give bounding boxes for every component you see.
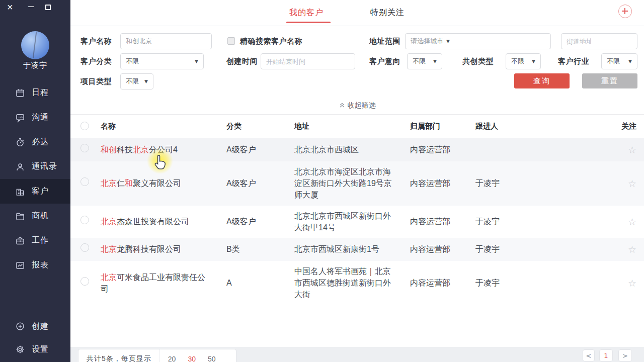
- crm-window: × ─ 于凌宇 日程沟通必达通讯录客户商机工作报表 创建设置 我的客户 特别关注…: [0, 0, 644, 362]
- table-row[interactable]: 北京杰森世投资有限公司A级客户北京北京市西城区新街口外大街甲14号内容运营部于凌…: [70, 206, 644, 238]
- intent-select[interactable]: 不限 ▼: [407, 53, 442, 69]
- co-create-select[interactable]: 不限 ▼: [506, 53, 541, 69]
- window-controls: × ─: [0, 1, 70, 15]
- sidebar-item-create[interactable]: 创建: [0, 315, 70, 338]
- city-select-value: 请选择城市: [411, 34, 443, 49]
- minimize-icon[interactable]: ─: [28, 2, 34, 12]
- close-icon[interactable]: ×: [7, 2, 13, 12]
- page-size-option-50[interactable]: 50: [208, 355, 216, 362]
- avatar[interactable]: [21, 31, 49, 59]
- street-address-input[interactable]: [561, 33, 637, 49]
- row-select-radio[interactable]: [80, 243, 89, 252]
- star-icon[interactable]: ☆: [614, 244, 636, 255]
- contacts-icon: [15, 162, 25, 172]
- folder-icon: [15, 211, 25, 221]
- building-icon: [15, 187, 25, 197]
- row-select-cell: [80, 211, 101, 232]
- customer-name: 北京龙腾科技有限公司: [101, 239, 226, 259]
- tab-my-customers[interactable]: 我的客户: [289, 8, 324, 18]
- page-size-options: 203050: [168, 354, 228, 362]
- row-select-radio[interactable]: [80, 277, 89, 286]
- dropdown-arrow-icon: ▼: [532, 54, 535, 69]
- filter-row-2: 客户分类 不限 ▼ 创建时间 客户意向 不限 ▼ 共创类型 不限 ▼ 客户行业: [70, 53, 644, 69]
- page-size-option-30[interactable]: 30: [188, 355, 196, 362]
- name-highlight: 和: [125, 179, 133, 188]
- sidebar-item-label: 通讯录: [32, 161, 57, 172]
- dropdown-arrow-icon: ▼: [433, 54, 437, 69]
- sidebar-item-bida[interactable]: 必达: [0, 130, 70, 154]
- sidebar-item-chat[interactable]: 沟通: [0, 105, 70, 130]
- name-highlight: 北京: [101, 217, 117, 226]
- chat-icon: [15, 113, 25, 123]
- customer-address: 中国名人将军书画苑｜北京市西城区德胜街道新街口外大街: [294, 261, 410, 305]
- prev-page-button[interactable]: <: [583, 349, 595, 361]
- active-tab-underline: [286, 22, 331, 23]
- customer-follower: 于凌宇: [475, 211, 614, 232]
- industry-select[interactable]: 不限 ▼: [601, 53, 637, 69]
- page-size-option-20[interactable]: 20: [168, 355, 176, 362]
- next-page-button[interactable]: >: [618, 349, 632, 361]
- table-row[interactable]: 北京可米食品工业有限责任公司A中国名人将军书画苑｜北京市西城区德胜街道新街口外大…: [70, 261, 644, 305]
- filter-panel: 客户名称 精确搜索客户名称 地址范围 请选择城市 ▼ 客户分类 不限 ▼ 创建时…: [70, 27, 644, 115]
- customer-category: A: [226, 273, 294, 293]
- star-icon[interactable]: ☆: [614, 216, 636, 227]
- city-select[interactable]: 请选择城市 ▼: [405, 33, 551, 49]
- name-highlight: 和创: [101, 145, 117, 154]
- current-page-button[interactable]: 1: [599, 349, 613, 361]
- customer-name-input[interactable]: [120, 33, 212, 49]
- sidebar-item-reports[interactable]: 报表: [0, 253, 70, 278]
- table-row[interactable]: 北京龙腾科技有限公司B类北京市西城区新康街1号内容运营部于凌宇☆: [70, 238, 644, 261]
- restore-icon[interactable]: [45, 5, 51, 10]
- tab-special-follow[interactable]: 特别关注: [370, 8, 405, 18]
- address-range-label: 地址范围: [369, 33, 400, 49]
- name-text: 仁: [117, 179, 125, 188]
- sidebar-item-customers[interactable]: 客户: [0, 179, 70, 204]
- table-row[interactable]: 和创科技北京分公司4A级客户北京北京市西城区内容运营部☆: [70, 138, 644, 161]
- sidebar-menu: 日程沟通必达通讯录客户商机工作报表: [0, 80, 70, 278]
- search-button[interactable]: 查询: [514, 73, 570, 88]
- add-customer-button[interactable]: [618, 5, 632, 18]
- sidebar-item-schedule[interactable]: 日程: [0, 80, 70, 105]
- star-icon[interactable]: ☆: [614, 178, 636, 189]
- row-select-radio[interactable]: [80, 177, 89, 186]
- customer-follower: [475, 145, 614, 154]
- calendar-icon: [15, 88, 25, 98]
- create-time-input[interactable]: [261, 53, 355, 69]
- customer-follower: 于凌宇: [475, 273, 614, 293]
- customer-department: 内容运营部: [410, 173, 475, 194]
- dropdown-arrow-icon: ▼: [446, 34, 450, 49]
- sidebar-item-deals[interactable]: 商机: [0, 204, 70, 228]
- intent-label: 客户意向: [369, 53, 400, 69]
- select-all-radio[interactable]: [80, 122, 89, 130]
- sidebar-item-work[interactable]: 工作: [0, 228, 70, 253]
- customer-category: B类: [226, 239, 294, 259]
- project-type-select[interactable]: 不限 ▼: [120, 73, 153, 89]
- project-type-label: 项目类型: [80, 73, 112, 89]
- table-row[interactable]: 北京仁和聚义有限公司A级客户北京北京市海淀区北京市海淀区新街口外大街路19号京师…: [70, 161, 644, 206]
- name-highlight: 北京: [101, 245, 117, 253]
- collapse-filters-link[interactable]: 收起筛选: [70, 101, 644, 110]
- row-select-cell: [80, 273, 101, 293]
- exact-search-label: 精确搜索客户名称: [240, 33, 302, 49]
- sidebar-item-settings[interactable]: 设置: [0, 338, 70, 361]
- top-tab-bar: 我的客户 特别关注: [70, 0, 644, 26]
- reset-button[interactable]: 重置: [582, 73, 637, 88]
- name-highlight: 北京: [101, 179, 117, 188]
- briefcase-icon: [15, 236, 25, 246]
- gear-icon: [15, 344, 25, 354]
- name-text: 科技: [117, 145, 133, 154]
- exact-search-checkbox[interactable]: [227, 37, 235, 45]
- category-select-value: 不限: [126, 54, 139, 69]
- sidebar-item-label: 沟通: [32, 112, 49, 123]
- customer-department: 内容运营部: [410, 239, 475, 259]
- category-select[interactable]: 不限 ▼: [120, 53, 204, 69]
- star-icon[interactable]: ☆: [614, 144, 636, 155]
- row-select-radio[interactable]: [80, 216, 89, 224]
- star-icon[interactable]: ☆: [614, 278, 636, 289]
- customer-name-label: 客户名称: [80, 33, 112, 49]
- sidebar-footer: 创建设置: [0, 315, 70, 361]
- dropdown-arrow-icon: ▼: [144, 74, 148, 89]
- timer-icon: [15, 137, 25, 147]
- row-select-radio[interactable]: [80, 144, 89, 152]
- sidebar-item-contacts[interactable]: 通讯录: [0, 154, 70, 179]
